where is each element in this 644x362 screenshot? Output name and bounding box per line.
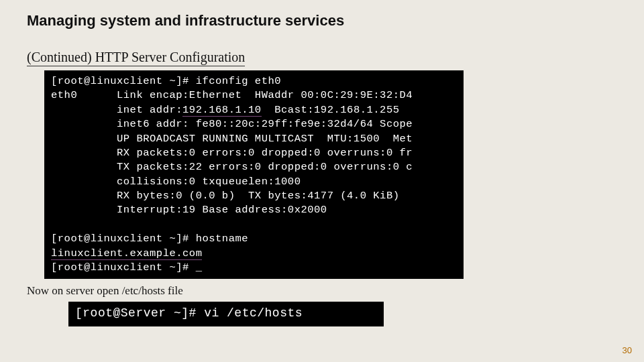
term-line-3c: Bcast:192.168.1.255 <box>262 104 400 116</box>
term-line-1: [root@linuxclient ~]# ifconfig eth0 <box>51 75 281 87</box>
term-line-6: RX packets:0 errors:0 dropped:0 overruns… <box>51 147 413 159</box>
term2-line-1: [root@Server ~]# vi /etc/hosts <box>75 306 303 320</box>
terminal-ifconfig: [root@linuxclient ~]# ifconfig eth0 eth0… <box>44 70 464 279</box>
term-line-13: [root@linuxclient ~]# _ <box>51 261 202 274</box>
hostname-highlight: linuxclient.example.com <box>51 247 202 260</box>
term-line-3a: inet addr: <box>51 104 182 116</box>
term-line-4: inet6 addr: fe80::20c:29ff:fe9e:32d4/64 … <box>51 118 413 130</box>
slide-subtitle: (Continued) HTTP Server Configuration <box>27 50 245 66</box>
subtitle-wrap: (Continued) HTTP Server Configuration <box>27 50 617 70</box>
inet-addr-highlight: 192.168.1.10 <box>182 104 262 117</box>
caption-open-hosts: Now on server open /etc/hosts file <box>27 284 617 298</box>
term-line-2: eth0 Link encap:Ethernet HWaddr 00:0C:29… <box>51 89 413 101</box>
terminal-vi-hosts: [root@Server ~]# vi /etc/hosts <box>68 302 384 326</box>
page-number: 30 <box>623 345 632 355</box>
slide: Managing system and infrastructure servi… <box>0 0 644 362</box>
term-line-5: UP BROADCAST RUNNING MULTICAST MTU:1500 … <box>51 133 413 145</box>
term-line-10: Interrupt:19 Base address:0x2000 <box>51 204 327 216</box>
slide-title: Managing system and infrastructure servi… <box>27 12 617 29</box>
term-line-7: TX packets:22 errors:0 dropped:0 overrun… <box>51 161 413 173</box>
term-line-11: [root@linuxclient ~]# hostname <box>51 233 248 245</box>
term-line-9: RX bytes:0 (0.0 b) TX bytes:4177 (4.0 Ki… <box>51 190 399 202</box>
term-line-8: collisions:0 txqueuelen:1000 <box>51 176 301 188</box>
